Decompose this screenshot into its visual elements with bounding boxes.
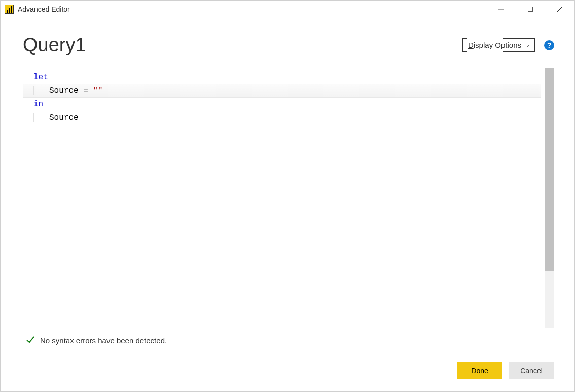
maximize-button[interactable]	[516, 1, 545, 18]
scrollbar-thumb[interactable]	[545, 68, 554, 271]
close-button[interactable]	[545, 1, 574, 18]
app-icon	[5, 5, 14, 14]
status-message: No syntax errors have been detected.	[40, 336, 167, 345]
header-right: Display Options ?	[462, 38, 554, 52]
cancel-button[interactable]: Cancel	[509, 362, 554, 379]
code-editor[interactable]: let Source = ""in Source	[23, 68, 545, 328]
display-options-label: Display Options	[468, 41, 521, 49]
status-bar: No syntax errors have been detected.	[23, 328, 554, 350]
code-text: Source =	[49, 86, 93, 95]
code-editor-container: let Source = ""in Source	[23, 68, 554, 328]
titlebar: Advanced Editor	[1, 1, 574, 18]
svg-rect-1	[528, 7, 533, 12]
string-literal: ""	[93, 86, 102, 95]
chevron-down-icon	[524, 41, 529, 49]
dialog-content: Query1 Display Options ? let Source = ""…	[1, 18, 574, 391]
keyword-in: in	[33, 100, 43, 109]
code-text: Source	[49, 113, 79, 122]
vertical-scrollbar[interactable]	[545, 68, 554, 328]
header-row: Query1 Display Options ?	[23, 34, 554, 56]
done-button[interactable]: Done	[457, 362, 502, 379]
query-title: Query1	[23, 34, 86, 56]
keyword-let: let	[33, 73, 48, 82]
window-title: Advanced Editor	[18, 5, 486, 13]
window-controls	[486, 1, 574, 18]
check-icon	[26, 335, 35, 346]
help-icon[interactable]: ?	[544, 40, 554, 50]
display-options-dropdown[interactable]: Display Options	[462, 38, 535, 52]
minimize-button[interactable]	[486, 1, 516, 18]
current-line-highlight: Source = ""	[23, 84, 541, 98]
button-row: Done Cancel	[23, 350, 554, 379]
